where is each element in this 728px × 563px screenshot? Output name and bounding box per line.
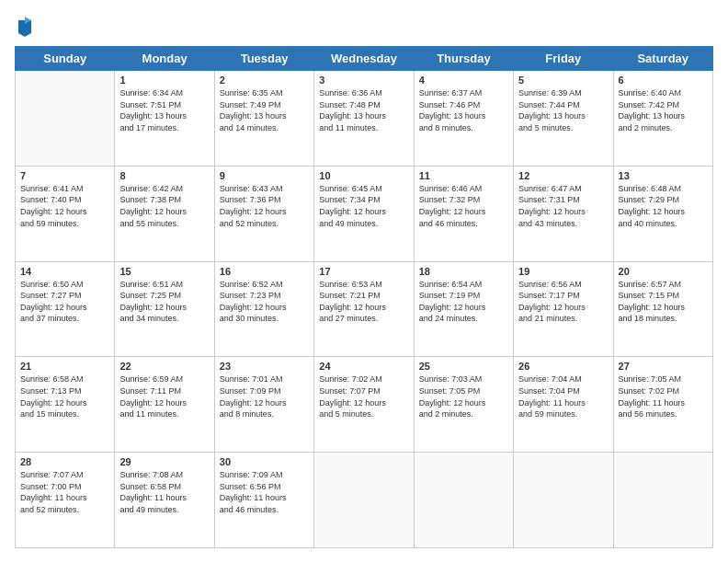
calendar-table: SundayMondayTuesdayWednesdayThursdayFrid… (15, 46, 713, 548)
calendar-cell: 10Sunrise: 6:45 AMSunset: 7:34 PMDayligh… (314, 166, 414, 261)
calendar-cell: 13Sunrise: 6:48 AMSunset: 7:29 PMDayligh… (613, 166, 712, 261)
day-number: 11 (419, 170, 508, 181)
day-header-tuesday: Tuesday (214, 47, 313, 71)
day-number: 3 (319, 75, 408, 86)
day-content: Sunrise: 6:42 AMSunset: 7:38 PMDaylight:… (119, 183, 209, 229)
calendar-cell: 17Sunrise: 6:53 AMSunset: 7:21 PMDayligh… (314, 261, 414, 357)
day-content: Sunrise: 6:37 AMSunset: 7:46 PMDaylight:… (419, 87, 508, 133)
day-number: 25 (419, 361, 508, 372)
calendar-cell: 28Sunrise: 7:07 AMSunset: 7:00 PMDayligh… (16, 453, 115, 548)
calendar-week-5: 28Sunrise: 7:07 AMSunset: 7:00 PMDayligh… (16, 453, 713, 548)
day-content: Sunrise: 6:39 AMSunset: 7:44 PMDaylight:… (518, 87, 608, 133)
day-content: Sunrise: 6:58 AMSunset: 7:13 PMDaylight:… (20, 373, 109, 419)
day-header-monday: Monday (115, 47, 214, 71)
calendar-cell: 7Sunrise: 6:41 AMSunset: 7:40 PMDaylight… (16, 166, 115, 261)
day-header-thursday: Thursday (414, 47, 513, 71)
day-content: Sunrise: 6:54 AMSunset: 7:19 PMDaylight:… (419, 279, 508, 325)
day-number: 30 (220, 456, 309, 467)
day-number: 27 (619, 361, 708, 372)
day-number: 16 (220, 266, 309, 277)
day-number: 17 (319, 266, 408, 277)
calendar-cell: 20Sunrise: 6:57 AMSunset: 7:15 PMDayligh… (613, 261, 712, 357)
day-content: Sunrise: 6:43 AMSunset: 7:36 PMDaylight:… (220, 183, 309, 229)
day-number: 5 (518, 75, 608, 86)
day-number: 23 (220, 361, 309, 372)
day-number: 19 (518, 266, 608, 277)
day-number: 10 (319, 170, 408, 181)
day-content: Sunrise: 6:47 AMSunset: 7:31 PMDaylight:… (518, 183, 608, 229)
calendar-cell: 26Sunrise: 7:04 AMSunset: 7:04 PMDayligh… (514, 357, 613, 453)
logo (15, 15, 33, 37)
calendar-cell: 18Sunrise: 6:54 AMSunset: 7:19 PMDayligh… (414, 261, 513, 357)
day-content: Sunrise: 6:48 AMSunset: 7:29 PMDaylight:… (619, 183, 708, 229)
calendar-cell (314, 453, 414, 548)
day-content: Sunrise: 7:04 AMSunset: 7:04 PMDaylight:… (518, 373, 608, 419)
day-content: Sunrise: 6:46 AMSunset: 7:32 PMDaylight:… (419, 183, 508, 229)
day-content: Sunrise: 6:34 AMSunset: 7:51 PMDaylight:… (119, 87, 209, 133)
header (15, 15, 713, 37)
day-number: 1 (119, 75, 209, 86)
day-content: Sunrise: 6:50 AMSunset: 7:27 PMDaylight:… (20, 279, 109, 325)
day-content: Sunrise: 6:52 AMSunset: 7:23 PMDaylight:… (220, 279, 309, 325)
calendar-week-3: 14Sunrise: 6:50 AMSunset: 7:27 PMDayligh… (16, 261, 713, 357)
day-number: 29 (119, 456, 209, 467)
day-number: 7 (20, 170, 109, 181)
calendar-cell: 2Sunrise: 6:35 AMSunset: 7:49 PMDaylight… (214, 71, 313, 167)
day-content: Sunrise: 6:35 AMSunset: 7:49 PMDaylight:… (220, 87, 309, 133)
day-number: 24 (319, 361, 408, 372)
day-content: Sunrise: 6:56 AMSunset: 7:17 PMDaylight:… (518, 279, 608, 325)
calendar-cell: 23Sunrise: 7:01 AMSunset: 7:09 PMDayligh… (214, 357, 313, 453)
calendar-cell: 5Sunrise: 6:39 AMSunset: 7:44 PMDaylight… (514, 71, 613, 167)
logo-icon (17, 17, 33, 37)
day-content: Sunrise: 7:03 AMSunset: 7:05 PMDaylight:… (419, 373, 508, 419)
day-number: 20 (619, 266, 708, 277)
calendar-week-2: 7Sunrise: 6:41 AMSunset: 7:40 PMDaylight… (16, 166, 713, 261)
calendar-cell: 25Sunrise: 7:03 AMSunset: 7:05 PMDayligh… (414, 357, 513, 453)
calendar-cell (16, 71, 115, 167)
page: SundayMondayTuesdayWednesdayThursdayFrid… (0, 0, 728, 563)
calendar-cell: 27Sunrise: 7:05 AMSunset: 7:02 PMDayligh… (613, 357, 712, 453)
day-content: Sunrise: 7:09 AMSunset: 6:56 PMDaylight:… (220, 469, 309, 515)
day-content: Sunrise: 6:59 AMSunset: 7:11 PMDaylight:… (119, 373, 209, 419)
day-content: Sunrise: 6:51 AMSunset: 7:25 PMDaylight:… (119, 279, 209, 325)
calendar-cell (514, 453, 613, 548)
calendar-cell: 8Sunrise: 6:42 AMSunset: 7:38 PMDaylight… (115, 166, 214, 261)
day-content: Sunrise: 6:45 AMSunset: 7:34 PMDaylight:… (319, 183, 408, 229)
day-number: 15 (119, 266, 209, 277)
calendar-cell: 14Sunrise: 6:50 AMSunset: 7:27 PMDayligh… (16, 261, 115, 357)
day-number: 14 (20, 266, 109, 277)
calendar-cell (613, 453, 712, 548)
day-number: 8 (119, 170, 209, 181)
calendar-header-row: SundayMondayTuesdayWednesdayThursdayFrid… (16, 47, 713, 71)
calendar-cell: 12Sunrise: 6:47 AMSunset: 7:31 PMDayligh… (514, 166, 613, 261)
calendar-cell (414, 453, 513, 548)
day-content: Sunrise: 7:07 AMSunset: 7:00 PMDaylight:… (20, 469, 109, 515)
day-content: Sunrise: 6:57 AMSunset: 7:15 PMDaylight:… (619, 279, 708, 325)
day-content: Sunrise: 6:41 AMSunset: 7:40 PMDaylight:… (20, 183, 109, 229)
day-number: 9 (220, 170, 309, 181)
logo-text (15, 15, 33, 37)
day-header-wednesday: Wednesday (314, 47, 414, 71)
day-number: 13 (619, 170, 708, 181)
calendar-cell: 22Sunrise: 6:59 AMSunset: 7:11 PMDayligh… (115, 357, 214, 453)
day-number: 21 (20, 361, 109, 372)
day-header-saturday: Saturday (613, 47, 712, 71)
calendar-week-1: 1Sunrise: 6:34 AMSunset: 7:51 PMDaylight… (16, 71, 713, 167)
calendar-cell: 24Sunrise: 7:02 AMSunset: 7:07 PMDayligh… (314, 357, 414, 453)
day-number: 4 (419, 75, 508, 86)
calendar-cell: 30Sunrise: 7:09 AMSunset: 6:56 PMDayligh… (214, 453, 313, 548)
calendar-cell: 16Sunrise: 6:52 AMSunset: 7:23 PMDayligh… (214, 261, 313, 357)
calendar-cell: 29Sunrise: 7:08 AMSunset: 6:58 PMDayligh… (115, 453, 214, 548)
calendar-cell: 11Sunrise: 6:46 AMSunset: 7:32 PMDayligh… (414, 166, 513, 261)
calendar-cell: 21Sunrise: 6:58 AMSunset: 7:13 PMDayligh… (16, 357, 115, 453)
day-number: 28 (20, 456, 109, 467)
calendar-cell: 6Sunrise: 6:40 AMSunset: 7:42 PMDaylight… (613, 71, 712, 167)
calendar-week-4: 21Sunrise: 6:58 AMSunset: 7:13 PMDayligh… (16, 357, 713, 453)
day-content: Sunrise: 7:02 AMSunset: 7:07 PMDaylight:… (319, 373, 408, 419)
calendar-cell: 1Sunrise: 6:34 AMSunset: 7:51 PMDaylight… (115, 71, 214, 167)
day-number: 22 (119, 361, 209, 372)
day-number: 2 (220, 75, 309, 86)
day-content: Sunrise: 6:40 AMSunset: 7:42 PMDaylight:… (619, 87, 708, 133)
calendar-cell: 9Sunrise: 6:43 AMSunset: 7:36 PMDaylight… (214, 166, 313, 261)
day-content: Sunrise: 7:05 AMSunset: 7:02 PMDaylight:… (619, 373, 708, 419)
